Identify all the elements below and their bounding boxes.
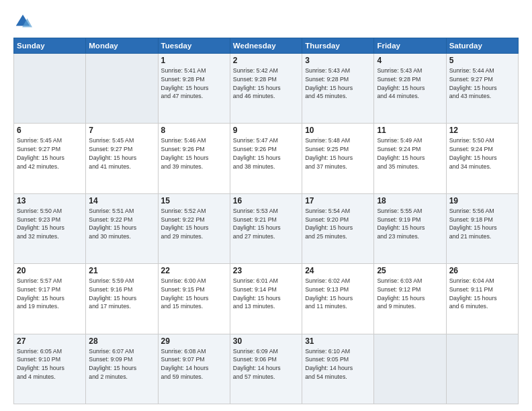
day-number: 10 [305,126,371,135]
calendar-cell: 25Sunrise: 6:03 AM Sunset: 9:12 PM Dayli… [374,264,446,334]
cell-details: Sunrise: 5:55 AM Sunset: 9:19 PM Dayligh… [377,207,443,241]
day-number: 8 [161,126,227,135]
day-number: 24 [305,266,371,275]
calendar-cell: 24Sunrise: 6:02 AM Sunset: 9:13 PM Dayli… [302,264,374,334]
day-number: 20 [17,266,83,275]
day-number: 21 [89,266,154,275]
calendar-cell: 29Sunrise: 6:08 AM Sunset: 9:07 PM Dayli… [158,334,230,404]
page: SundayMondayTuesdayWednesdayThursdayFrid… [0,0,532,411]
day-number: 4 [377,56,443,65]
cell-details: Sunrise: 6:10 AM Sunset: 9:05 PM Dayligh… [305,347,371,381]
cell-details: Sunrise: 5:53 AM Sunset: 9:21 PM Dayligh… [233,207,299,241]
weekday-header-monday: Monday [86,38,158,54]
day-number: 30 [233,336,299,346]
day-number: 5 [449,56,515,65]
day-number: 19 [449,196,515,205]
calendar-cell: 30Sunrise: 6:09 AM Sunset: 9:06 PM Dayli… [230,334,302,404]
calendar-cell: 22Sunrise: 6:00 AM Sunset: 9:15 PM Dayli… [158,264,230,334]
cell-details: Sunrise: 5:56 AM Sunset: 9:18 PM Dayligh… [449,207,515,241]
cell-details: Sunrise: 5:51 AM Sunset: 9:22 PM Dayligh… [89,207,154,241]
weekday-header-sunday: Sunday [14,38,86,54]
cell-details: Sunrise: 6:03 AM Sunset: 9:12 PM Dayligh… [377,277,443,311]
day-number: 11 [377,126,443,135]
day-number: 26 [449,266,515,275]
weekday-header-wednesday: Wednesday [230,38,302,54]
cell-details: Sunrise: 6:01 AM Sunset: 9:14 PM Dayligh… [233,277,299,311]
weekday-header-saturday: Saturday [446,38,518,54]
calendar-cell: 2Sunrise: 5:42 AM Sunset: 9:28 PM Daylig… [230,54,302,124]
day-number: 13 [17,196,83,205]
day-number: 16 [233,196,299,205]
calendar-cell: 5Sunrise: 5:44 AM Sunset: 9:27 PM Daylig… [446,54,518,124]
cell-details: Sunrise: 6:02 AM Sunset: 9:13 PM Dayligh… [305,277,371,311]
calendar-cell: 21Sunrise: 5:59 AM Sunset: 9:16 PM Dayli… [86,264,158,334]
day-number: 14 [89,196,154,205]
calendar-cell: 27Sunrise: 6:05 AM Sunset: 9:10 PM Dayli… [14,334,86,404]
calendar-row: 20Sunrise: 5:57 AM Sunset: 9:17 PM Dayli… [14,264,519,334]
calendar-cell [86,54,158,124]
day-number: 23 [233,266,299,275]
calendar-cell: 1Sunrise: 5:41 AM Sunset: 9:28 PM Daylig… [158,54,230,124]
calendar-cell [446,334,518,404]
calendar-cell: 28Sunrise: 6:07 AM Sunset: 9:09 PM Dayli… [86,334,158,404]
cell-details: Sunrise: 5:43 AM Sunset: 9:28 PM Dayligh… [305,66,371,101]
calendar-cell [14,54,86,124]
calendar-cell: 9Sunrise: 5:47 AM Sunset: 9:26 PM Daylig… [230,124,302,193]
weekday-header-row: SundayMondayTuesdayWednesdayThursdayFrid… [14,38,519,54]
calendar-cell: 23Sunrise: 6:01 AM Sunset: 9:14 PM Dayli… [230,264,302,334]
calendar-row: 13Sunrise: 5:50 AM Sunset: 9:23 PM Dayli… [14,193,519,263]
calendar-row: 1Sunrise: 5:41 AM Sunset: 9:28 PM Daylig… [14,54,519,124]
cell-details: Sunrise: 5:46 AM Sunset: 9:26 PM Dayligh… [161,136,227,171]
logo-icon [13,12,32,31]
calendar-row: 6Sunrise: 5:45 AM Sunset: 9:27 PM Daylig… [14,124,519,193]
calendar: SundayMondayTuesdayWednesdayThursdayFrid… [13,38,519,404]
calendar-cell: 31Sunrise: 6:10 AM Sunset: 9:05 PM Dayli… [302,334,374,404]
day-number: 27 [17,336,83,346]
cell-details: Sunrise: 5:59 AM Sunset: 9:16 PM Dayligh… [89,277,154,311]
calendar-cell: 6Sunrise: 5:45 AM Sunset: 9:27 PM Daylig… [14,124,86,193]
day-number: 12 [449,126,515,135]
day-number: 2 [233,56,299,65]
weekday-header-tuesday: Tuesday [158,38,230,54]
cell-details: Sunrise: 6:08 AM Sunset: 9:07 PM Dayligh… [161,347,227,381]
day-number: 18 [377,196,443,205]
cell-details: Sunrise: 5:50 AM Sunset: 9:24 PM Dayligh… [449,136,515,171]
cell-details: Sunrise: 5:45 AM Sunset: 9:27 PM Dayligh… [89,136,154,171]
calendar-cell: 17Sunrise: 5:54 AM Sunset: 9:20 PM Dayli… [302,193,374,263]
day-number: 22 [161,266,227,275]
calendar-cell: 14Sunrise: 5:51 AM Sunset: 9:22 PM Dayli… [86,193,158,263]
calendar-cell [374,334,446,404]
calendar-cell: 4Sunrise: 5:43 AM Sunset: 9:28 PM Daylig… [374,54,446,124]
calendar-cell: 15Sunrise: 5:52 AM Sunset: 9:22 PM Dayli… [158,193,230,263]
cell-details: Sunrise: 5:47 AM Sunset: 9:26 PM Dayligh… [233,136,299,171]
calendar-row: 27Sunrise: 6:05 AM Sunset: 9:10 PM Dayli… [14,334,519,404]
cell-details: Sunrise: 5:50 AM Sunset: 9:23 PM Dayligh… [17,207,83,241]
day-number: 15 [161,196,227,205]
calendar-cell: 12Sunrise: 5:50 AM Sunset: 9:24 PM Dayli… [446,124,518,193]
cell-details: Sunrise: 5:42 AM Sunset: 9:28 PM Dayligh… [233,66,299,101]
cell-details: Sunrise: 6:09 AM Sunset: 9:06 PM Dayligh… [233,347,299,381]
logo [13,12,35,31]
day-number: 1 [161,56,227,65]
cell-details: Sunrise: 5:43 AM Sunset: 9:28 PM Dayligh… [377,66,443,101]
calendar-cell: 20Sunrise: 5:57 AM Sunset: 9:17 PM Dayli… [14,264,86,334]
cell-details: Sunrise: 5:49 AM Sunset: 9:24 PM Dayligh… [377,136,443,171]
calendar-cell: 13Sunrise: 5:50 AM Sunset: 9:23 PM Dayli… [14,193,86,263]
cell-details: Sunrise: 6:05 AM Sunset: 9:10 PM Dayligh… [17,347,83,381]
day-number: 28 [89,336,154,346]
cell-details: Sunrise: 5:41 AM Sunset: 9:28 PM Dayligh… [161,66,227,101]
day-number: 9 [233,126,299,135]
header [13,12,519,31]
day-number: 29 [161,336,227,346]
calendar-cell: 18Sunrise: 5:55 AM Sunset: 9:19 PM Dayli… [374,193,446,263]
calendar-cell: 11Sunrise: 5:49 AM Sunset: 9:24 PM Dayli… [374,124,446,193]
calendar-cell: 26Sunrise: 6:04 AM Sunset: 9:11 PM Dayli… [446,264,518,334]
cell-details: Sunrise: 5:57 AM Sunset: 9:17 PM Dayligh… [17,277,83,311]
cell-details: Sunrise: 5:44 AM Sunset: 9:27 PM Dayligh… [449,66,515,101]
cell-details: Sunrise: 5:52 AM Sunset: 9:22 PM Dayligh… [161,207,227,241]
cell-details: Sunrise: 5:48 AM Sunset: 9:25 PM Dayligh… [305,136,371,171]
day-number: 6 [17,126,83,135]
calendar-cell: 8Sunrise: 5:46 AM Sunset: 9:26 PM Daylig… [158,124,230,193]
day-number: 3 [305,56,371,65]
day-number: 25 [377,266,443,275]
